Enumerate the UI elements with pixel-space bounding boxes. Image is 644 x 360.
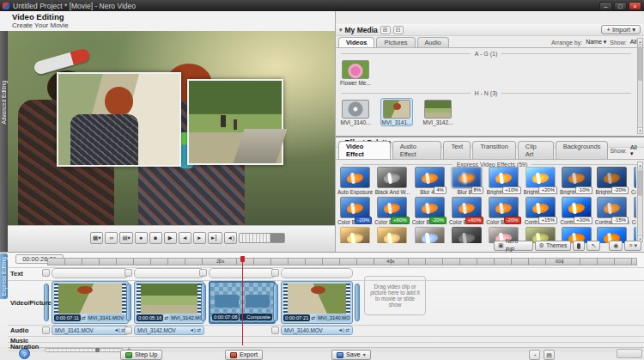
grid-view-icon[interactable]: ⊞ [380,26,391,34]
scrollbar-thumb[interactable] [638,170,642,196]
close-button[interactable]: × [629,2,641,10]
effect-item[interactable]: +40%Color Balanc... [631,167,636,195]
scrollbar-thumb[interactable] [638,46,642,81]
effect-item[interactable]: +20%Brightness +... [524,167,558,195]
timeline-clip[interactable]: 0:00:07:21⇄MVI_3140.MOV [281,281,353,324]
effect-item[interactable]: -20%Color Balanc... [337,197,373,225]
record-status-button[interactable]: ◉ [609,241,623,251]
clock-status-button[interactable]: ◔ [529,350,540,360]
effect-item[interactable]: -15%Contrast -15% [595,197,629,225]
track-options-button[interactable]: ≡▾ [624,241,641,251]
effect-item[interactable] [449,227,484,243]
stop-button[interactable]: ■ [149,232,162,244]
effect-item[interactable]: 4%Blur 4% [412,167,447,195]
effect-item[interactable]: +60%Color Balanc... [449,197,484,225]
previous-frame-button[interactable]: ◄ [179,232,191,244]
trim-handle[interactable] [201,284,206,321]
play-button[interactable]: ▶ [164,232,177,244]
timeline-zoom-slider[interactable] [45,348,124,352]
audio-mute-slot[interactable] [42,326,50,334]
media-item[interactable]: Flower Me... [339,58,372,87]
pointer-button[interactable]: ↖ [586,241,600,251]
scroll-up-icon[interactable]: ▴ [638,162,642,168]
import-button[interactable]: + Import ▾ [601,25,641,34]
effect-item[interactable]: +10%Brightness +... [486,167,521,195]
transition-slot[interactable] [271,269,279,277]
tab-videos[interactable]: Videos [338,37,374,47]
text-track-slot[interactable] [134,268,204,278]
effect-item[interactable]: +60%Color Balanc... [374,197,410,225]
tab-video-effect[interactable]: Video Effect [338,141,391,159]
advanced-editing-rail[interactable]: Advanced Editing [0,31,8,252]
effect-item[interactable] [374,227,410,243]
media-item[interactable]: MVI_3141... [380,98,413,126]
effect-item[interactable]: -30%Contrast -30% [631,197,636,225]
show-dropdown[interactable]: All ▾ [630,144,641,157]
compare-view-button[interactable]: ▤▾ [119,232,132,244]
trim-handle[interactable] [126,284,131,321]
trim-handle[interactable] [355,284,360,321]
effect-item[interactable]: -20%Color Balanc... [412,197,447,225]
media-item[interactable]: MVI_3142... [422,98,454,126]
microphone-button[interactable] [573,241,585,251]
audio-clip[interactable]: MVI_3141.MOV◄) ⇄ [52,326,129,335]
chevron-down-icon[interactable]: ▾ [363,351,366,359]
transition-slot[interactable] [125,269,132,277]
playhead[interactable] [242,256,243,345]
jump-end-button[interactable]: ►▏ [208,232,222,244]
effect-item[interactable]: -20%Color Balanc... [486,197,521,225]
scroll-down-icon[interactable]: ▾ [638,127,642,133]
themes-button[interactable]: ⚙ Themes [535,241,572,251]
timeline-clip[interactable]: 0:00:05:16⇄MVI_3142.MOV [134,281,204,324]
playhead-handle[interactable] [240,256,245,262]
timeline-clip[interactable]: 0:00:07:11⇄MVI_3141.MOV [52,281,129,324]
text-track-slot[interactable] [281,268,353,278]
audio-mute-slot[interactable] [125,326,132,334]
queue-status-button[interactable]: ▤ [544,350,555,360]
display-mode-button[interactable]: ▦▾ [90,232,103,244]
minimize-button[interactable]: – [599,2,612,10]
text-track-slot[interactable] [52,268,129,278]
transition-slot[interactable] [199,269,207,277]
tab-backgrounds[interactable]: Backgrounds [556,141,609,159]
tab-transition[interactable]: Transition [472,141,516,159]
arrange-by-dropdown[interactable]: Name ▾ [586,39,606,46]
collapse-icon[interactable]: ▾ [339,27,343,34]
nero-pip-button[interactable]: ▣ Nero PiP [494,241,533,251]
export-button[interactable]: Export [225,350,263,360]
effect-item[interactable]: +15%Contrast +1... [524,197,558,225]
tab-pictures[interactable]: Pictures [376,37,415,47]
jog-shuttle-slider[interactable] [239,233,285,243]
transition-slot[interactable] [42,269,50,277]
record-button[interactable]: ● [135,232,148,244]
tab-clip-art[interactable]: Clip Art [518,141,554,159]
effects-scrollbar[interactable]: ▴ ▾ [637,162,643,242]
tab-text[interactable]: Text [443,141,471,159]
scroll-up-icon[interactable]: ▴ [638,39,642,45]
audio-mute-slot[interactable] [271,326,279,334]
trim-handle[interactable] [273,284,278,321]
express-editing-tab[interactable]: Express Editing [0,253,8,299]
pip-overlay-1[interactable] [57,72,181,167]
next-frame-button[interactable]: ► [193,232,206,244]
list-view-icon[interactable]: ⊟ [393,26,404,34]
effect-item[interactable]: Auto Exposure [337,167,373,195]
effect-item[interactable]: +30%Contrast +3... [560,197,593,225]
effect-item[interactable]: 8%Blur 8% [449,167,484,195]
pip-overlay-2[interactable] [187,79,283,165]
step-up-button[interactable]: Step Up [120,350,162,360]
save-button[interactable]: Save ▾ [331,350,371,360]
maximize-button[interactable]: □ [614,2,627,10]
media-scrollbar[interactable]: ▴ ▾ [637,38,643,134]
media-item[interactable]: MVI_3140... [339,98,372,126]
link-button[interactable]: ∞ [105,232,118,244]
effect-item[interactable]: Black And W... [374,167,410,195]
effect-item[interactable]: -20%Brightness -... [595,167,629,195]
timeline-ruler[interactable] [47,258,637,265]
effect-item[interactable] [412,227,447,243]
audio-clip[interactable]: MVI_3140.MOV◄) ⇄ [281,326,353,335]
zoom-slider-handle[interactable] [95,348,100,352]
tab-audio[interactable]: Audio [417,37,449,47]
tab-audio-effect[interactable]: Audio Effect [392,141,442,159]
audio-clip[interactable]: MVI_3142.MOV◄) ⇄ [134,326,204,335]
